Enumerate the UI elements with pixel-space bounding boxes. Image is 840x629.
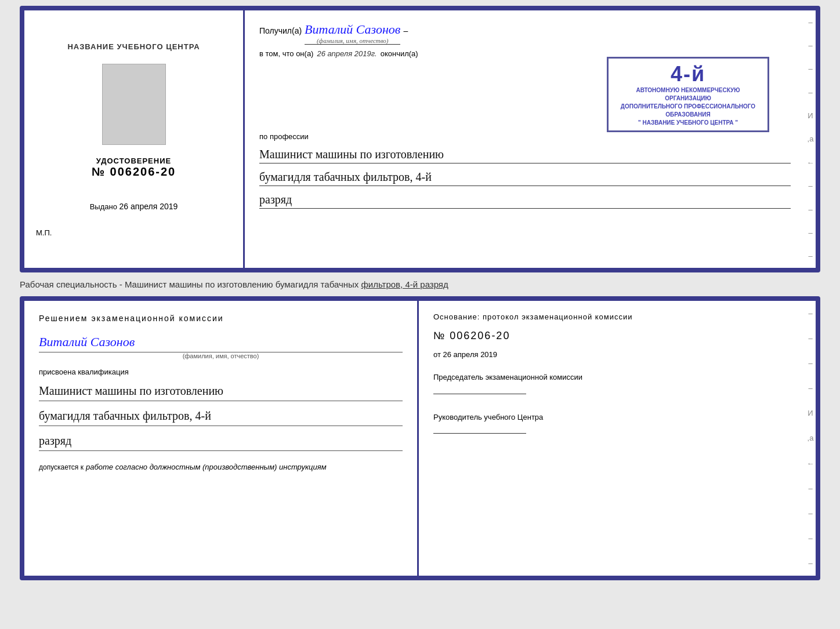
org-line-2: ДОПОЛНИТЕЛЬНОГО ПРОФЕССИОНАЛЬНОГО ОБРАЗО… xyxy=(613,103,763,119)
cert-label: УДОСТОВЕРЕНИЕ xyxy=(92,157,176,165)
bottom-card-right-wrapper: Основание: протокол экзаменационной коми… xyxy=(419,301,816,576)
admitted-line: допускается к работе согласно должностны… xyxy=(39,463,403,471)
inline-date: 26 апреля 2019г. xyxy=(317,49,376,58)
date-prefix: от xyxy=(433,350,441,359)
recipient-caption: (фамилия, имя, отчество) xyxy=(305,37,400,44)
issued-date: 26 апреля 2019 xyxy=(120,202,178,211)
bottom-card-right: Основание: протокол экзаменационной коми… xyxy=(419,301,805,576)
bottom-date: 26 апреля 2019 xyxy=(443,350,498,359)
issued-label: Выдано xyxy=(90,202,117,211)
recipient-line: Получил(а) Виталий Сазонов (фамилия, имя… xyxy=(259,22,791,45)
training-center-title: НАЗВАНИЕ УЧЕБНОГО ЦЕНТРА xyxy=(67,41,200,53)
chairman-section: Председатель экзаменационной комиссии xyxy=(433,372,791,394)
stamp-block: 4-й АВТОНОМНУЮ НЕКОММЕРЧЕСКУЮ ОРГАНИЗАЦИ… xyxy=(607,57,769,132)
middle-text-main: Рабочая специальность - Машинист машины … xyxy=(20,279,361,289)
issued-line: Выдано 26 апреля 2019 xyxy=(90,202,178,211)
top-certificate-card: НАЗВАНИЕ УЧЕБНОГО ЦЕНТРА УДОСТОВЕРЕНИЕ №… xyxy=(20,6,820,272)
top-card-right-wrapper: Получил(а) Виталий Сазонов (фамилия, имя… xyxy=(245,10,816,268)
profession-line-1: Машинист машины по изготовлению xyxy=(259,146,791,163)
assigned-text: присвоена квалификация xyxy=(39,368,403,376)
commission-title: Решением экзаменационной комиссии xyxy=(39,312,403,325)
dash-after-name: – xyxy=(403,26,408,35)
admitted-label: допускается к xyxy=(39,463,84,471)
director-label: Руководитель учебного Центра xyxy=(433,412,791,423)
profession-line-3: разряд xyxy=(259,191,791,209)
received-label: Получил(а) xyxy=(259,26,302,35)
bottom-qual-2: бумагидля табачных фильтров, 4-й xyxy=(39,406,403,426)
bottom-qual-3: разряд xyxy=(39,431,403,451)
chairman-signature-line xyxy=(433,394,526,394)
admitted-text: работе согласно должностным (производств… xyxy=(86,463,327,471)
photo-placeholder xyxy=(102,64,166,145)
bottom-name-wrapper: Виталий Сазонов (фамилия, имя, отчество) xyxy=(39,329,403,359)
org-line-1: АВТОНОМНУЮ НЕКОММЕРЧЕСКУЮ ОРГАНИЗАЦИЮ xyxy=(613,86,763,103)
completed-label: окончил(а) xyxy=(381,49,418,58)
director-section: Руководитель учебного Центра xyxy=(433,412,791,434)
org-line-3: " НАЗВАНИЕ УЧЕБНОГО ЦЕНТРА " xyxy=(638,119,738,127)
profession-line-2: бумагидля табачных фильтров, 4-й xyxy=(259,168,791,186)
bottom-certificate-card: Решением экзаменационной комиссии Витали… xyxy=(20,296,820,580)
middle-text-underline: фильтров, 4-й разряд xyxy=(361,279,448,289)
mp-label: М.П. xyxy=(36,228,52,237)
middle-text: Рабочая специальность - Машинист машины … xyxy=(20,279,820,289)
date-line: от 26 апреля 2019 xyxy=(433,350,791,359)
top-card-left: НАЗВАНИЕ УЧЕБНОГО ЦЕНТРА УДОСТОВЕРЕНИЕ №… xyxy=(24,10,245,268)
bottom-name-caption: (фамилия, имя, отчество) xyxy=(39,352,403,359)
bottom-qual-1: Машинист машины по изготовлению xyxy=(39,381,403,401)
stamp-highlight: 4-й xyxy=(671,62,705,86)
top-card-right: Получил(а) Виталий Сазонов (фамилия, имя… xyxy=(245,10,805,268)
profession-label: по профессии xyxy=(259,132,791,141)
vtom-label: в том, что он(а) xyxy=(259,49,313,58)
bottom-right-decorative-dashes: – – – – И ,а ← – – – – xyxy=(805,301,816,576)
recipient-name: Виталий Сазонов (фамилия, имя, отчество) xyxy=(305,22,400,45)
bottom-name: Виталий Сазонов xyxy=(39,332,403,352)
middle-strip: Рабочая специальность - Машинист машины … xyxy=(20,277,820,292)
right-decorative-dashes: – – – – И ,а ← – – – – xyxy=(805,10,816,268)
basis-line: Основание: протокол экзаменационной коми… xyxy=(433,312,791,321)
director-signature-line xyxy=(433,433,526,434)
bottom-card-left: Решением экзаменационной комиссии Витали… xyxy=(24,301,419,576)
cert-number: № 006206-20 xyxy=(92,165,176,179)
cert-number-section: УДОСТОВЕРЕНИЕ № 006206-20 xyxy=(92,157,176,179)
chairman-label: Председатель экзаменационной комиссии xyxy=(433,372,791,383)
protocol-number: № 006206-20 xyxy=(433,330,791,342)
